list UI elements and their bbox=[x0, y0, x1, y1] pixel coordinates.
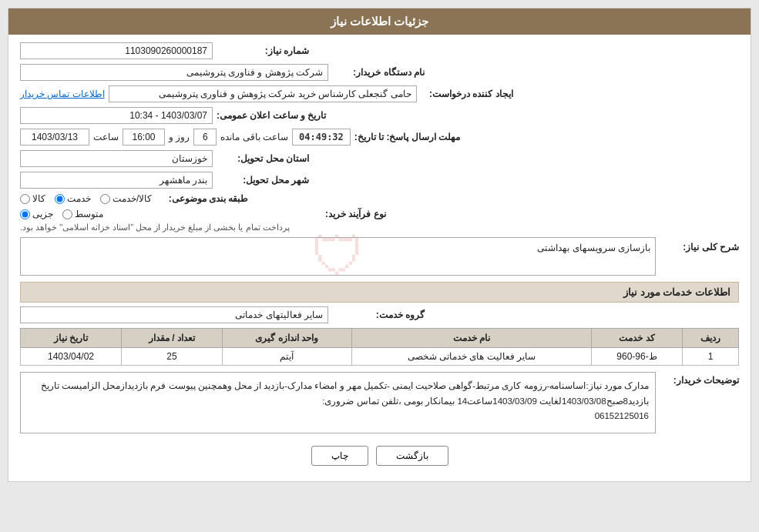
print-button[interactable]: چاپ bbox=[311, 446, 368, 466]
col-name: نام خدمت bbox=[351, 329, 592, 348]
response-deadline-label: مهلت ارسال پاسخ: تا تاریخ: bbox=[354, 132, 460, 142]
city-value: بندر ماهشهر bbox=[20, 172, 213, 189]
remaining-time-value: 04:49:32 bbox=[292, 129, 351, 146]
purchase-type-partial-option[interactable]: جزیی bbox=[20, 209, 53, 219]
service-group-value: سایر فعالیتهای خدماتی bbox=[20, 306, 328, 323]
category-goods-service-label: کالا/خدمت bbox=[113, 193, 152, 204]
response-day-label: ساعت bbox=[93, 132, 119, 142]
response-days-label: روز و bbox=[169, 132, 190, 142]
province-value: خوزستان bbox=[20, 150, 213, 167]
needs-summary-area: 🛡 بازسازی سرویسهای بهداشتی bbox=[20, 237, 656, 276]
response-date-value: 1403/03/13 bbox=[20, 129, 89, 146]
purchase-type-partial-label: جزیی bbox=[32, 209, 53, 219]
back-button[interactable]: بازگشت bbox=[376, 446, 448, 466]
announce-date-value: 1403/03/07 - 10:34 bbox=[20, 107, 213, 124]
page-title: جزئیات اطلاعات نیاز bbox=[8, 8, 751, 35]
needs-summary-label: شرح کلی نیاز: bbox=[662, 237, 739, 253]
buyer-org-label: نام دستگاه خریدار: bbox=[332, 67, 425, 78]
services-section-header: اطلاعات خدمات مورد نیاز bbox=[20, 282, 739, 303]
category-service-label: خدمت bbox=[67, 193, 91, 204]
purchase-type-desc: پرداخت تمام یا بخشی از مبلغ خریدار از مح… bbox=[20, 223, 290, 233]
purchase-type-medium-label: متوسط bbox=[75, 209, 103, 219]
announce-date-label: تاریخ و ساعت اعلان عمومی: bbox=[217, 110, 326, 121]
table-row: 1ط-96-960سایر فعالیت های خدماتی شخصیآیتم… bbox=[21, 348, 739, 366]
need-number-label: شماره نیاز: bbox=[217, 45, 309, 56]
category-goods-service-radio[interactable] bbox=[100, 194, 110, 204]
category-goods-option[interactable]: کالا bbox=[20, 193, 45, 204]
purchase-type-label: نوع فرآیند خرید: bbox=[294, 209, 386, 219]
button-row: بازگشت چاپ bbox=[20, 446, 739, 466]
purchase-type-medium-option[interactable]: متوسط bbox=[62, 209, 103, 219]
category-label: طبقه بندی موضوعی: bbox=[156, 193, 248, 204]
category-goods-service-option[interactable]: کالا/خدمت bbox=[100, 193, 152, 204]
col-row: ردیف bbox=[682, 329, 738, 348]
purchase-type-radio-group: متوسط جزیی bbox=[20, 209, 103, 219]
creator-label: ایجاد کننده درخواست: bbox=[421, 89, 513, 99]
response-days-value: 6 bbox=[193, 129, 217, 146]
col-unit: واحد اندازه گیری bbox=[222, 329, 351, 348]
shield-watermark: 🛡 bbox=[311, 226, 365, 287]
city-label: شهر محل تحویل: bbox=[217, 175, 309, 186]
category-service-radio[interactable] bbox=[55, 194, 65, 204]
purchase-type-medium-radio[interactable] bbox=[62, 209, 72, 219]
col-quantity: تعداد / مقدار bbox=[121, 329, 222, 348]
category-radio-group: کالا/خدمت خدمت کالا bbox=[20, 193, 152, 204]
description-value: مدارک مورد نیاز:اساسنامه-رزومه کاری مرتب… bbox=[20, 372, 656, 433]
response-time-value: 16:00 bbox=[123, 129, 165, 146]
services-table: ردیف کد خدمت نام خدمت واحد اندازه گیری ت… bbox=[20, 328, 739, 366]
needs-summary-value: بازسازی سرویسهای بهداشتی bbox=[537, 243, 650, 253]
creator-contact-link[interactable]: اطلاعات تماس خریدار bbox=[20, 89, 105, 99]
service-group-label: گروه خدمت: bbox=[332, 309, 425, 320]
category-service-option[interactable]: خدمت bbox=[55, 193, 91, 204]
province-label: استان محل تحویل: bbox=[217, 153, 309, 164]
purchase-type-partial-radio[interactable] bbox=[20, 209, 30, 219]
buyer-org-value: شرکت پژوهش و فناوری پتروشیمی bbox=[20, 64, 328, 81]
remaining-time-label: ساعت باقی مانده bbox=[220, 132, 288, 142]
category-goods-radio[interactable] bbox=[20, 194, 30, 204]
creator-value: حامی گنجعلی کارشناس خرید شرکت پژوهش و فن… bbox=[109, 85, 417, 102]
category-goods-label: کالا bbox=[32, 193, 45, 204]
need-number-value: 1103090260000187 bbox=[20, 42, 213, 59]
col-code: کد خدمت bbox=[592, 329, 683, 348]
description-label: توضیحات خریدار: bbox=[662, 372, 739, 386]
col-date: تاریخ نیاز bbox=[21, 329, 122, 348]
